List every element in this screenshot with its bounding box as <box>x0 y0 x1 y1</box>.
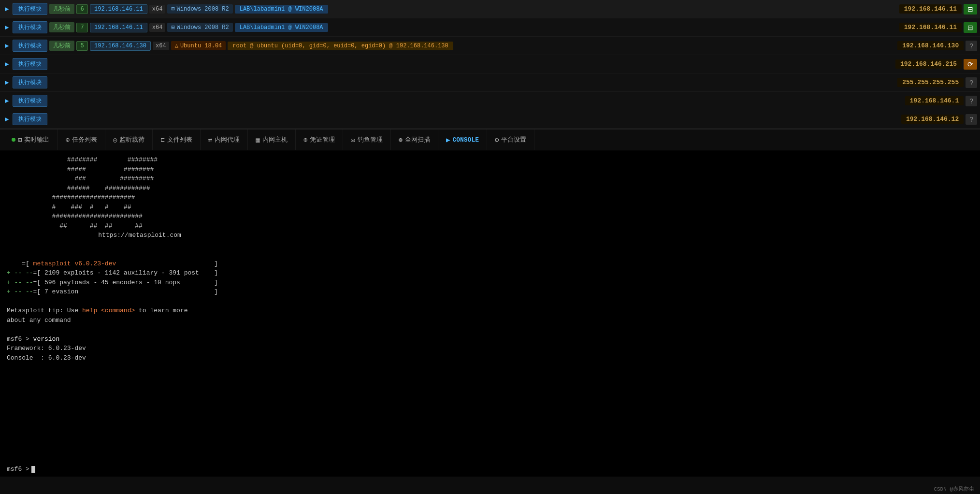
arch-badge-2: x64 <box>149 23 166 32</box>
nav-icon-phishing: ✉ <box>351 136 355 144</box>
footer-text: CSDN @赤风亦尘 <box>934 486 974 492</box>
execute-btn-1[interactable]: 执行模块 <box>13 3 47 15</box>
execute-btn-7[interactable]: 执行模块 <box>13 113 47 125</box>
nav-label-proxy: 内网代理 <box>215 135 240 144</box>
expand-btn-1[interactable]: ▶ <box>3 5 11 13</box>
expand-btn-2[interactable]: ▶ <box>3 23 11 31</box>
os-badge-1: ⊞ Windows 2008 R2 <box>167 4 232 14</box>
ip-right-3: 192.168.146.130 <box>897 41 964 50</box>
ip-right-2: 192.168.146.11 <box>899 23 962 32</box>
nav-item-proxy[interactable]: ⇄ 内网代理 <box>201 130 248 150</box>
nav-item-phishing[interactable]: ✉ 钓鱼管理 <box>343 130 390 150</box>
session-row: ▶ 执行模块 几秒前 7 192.168.146.11 x64 ⊞ Window… <box>0 18 980 37</box>
nav-item-settings[interactable]: ⚙ 平台设置 <box>487 130 534 150</box>
nav-label-creds: 凭证管理 <box>310 135 335 144</box>
nav-bar: ⊡ 实时输出 ⊙ 任务列表 ◎ 监听载荷 ⊏ 文件列表 ⇄ 内网代理 ▦ 内网主… <box>0 129 980 150</box>
nav-label-tasks: 任务列表 <box>72 135 97 144</box>
nav-item-payload[interactable]: ◎ 监听载荷 <box>105 130 153 150</box>
user-badge-1: LAB\labadmin1 @ WIN2008A <box>235 5 328 14</box>
session-list: ▶ 执行模块 几秒前 6 192.168.146.11 x64 ⊞ Window… <box>0 0 980 129</box>
arch-badge-1: x64 <box>149 5 166 14</box>
session-row: ▶ 执行模块 几秒前 6 192.168.146.11 x64 ⊞ Window… <box>0 0 980 18</box>
expand-btn-3[interactable]: ▶ <box>3 42 11 50</box>
execute-btn-3[interactable]: 执行模块 <box>13 40 47 52</box>
action-btn-4[interactable]: ⟳ <box>964 59 977 70</box>
nav-icon-payload: ◎ <box>113 136 117 144</box>
nav-item-console[interactable]: ▶ CONSOLE <box>438 130 487 150</box>
session-row: ▶ 执行模块 几秒前 5 192.168.146.130 x64 △ Ubunt… <box>0 37 980 55</box>
nav-item-realtime[interactable]: ⊡ 实时输出 <box>4 130 58 150</box>
action-btn-3[interactable]: ? <box>966 41 977 51</box>
nav-icon-creds: ⊕ <box>303 136 307 144</box>
nav-icon-scan: ⊛ <box>399 136 403 144</box>
expand-btn-5[interactable]: ▶ <box>3 78 11 87</box>
arch-badge-3: x64 <box>153 42 169 50</box>
footer: CSDN @赤风亦尘 <box>928 484 980 494</box>
nav-item-files[interactable]: ⊏ 文件列表 <box>153 130 200 150</box>
nav-label-hosts: 内网主机 <box>262 135 288 144</box>
execute-btn-2[interactable]: 执行模块 <box>13 21 47 33</box>
execute-btn-4[interactable]: 执行模块 <box>13 58 47 70</box>
action-btn-2[interactable]: ⊟ <box>964 22 977 33</box>
ip-right-5: 255.255.255.255 <box>897 78 964 87</box>
nav-icon-settings: ⚙ <box>495 136 499 144</box>
expand-btn-6[interactable]: ▶ <box>3 97 11 105</box>
nav-label-settings: 平台设置 <box>501 135 526 144</box>
ip-badge-1: 192.168.146.11 <box>90 4 147 14</box>
nav-label-phishing: 钓鱼管理 <box>358 135 383 144</box>
nav-icon-tasks: ⊙ <box>65 136 69 144</box>
action-btn-7[interactable]: ? <box>966 114 977 125</box>
nav-label-console: CONSOLE <box>452 136 479 144</box>
num-badge-3: 5 <box>76 41 88 51</box>
windows-icon-2: ⊞ <box>171 24 174 31</box>
nav-icon-files: ⊏ <box>160 136 164 144</box>
nav-label-payload: 监听载荷 <box>119 135 144 144</box>
ip-right-7: 192.168.146.12 <box>901 115 964 124</box>
console-input-line: msf6 > <box>0 465 980 477</box>
nav-label-realtime: 实时输出 <box>24 135 49 144</box>
action-btn-5[interactable]: ? <box>966 77 977 88</box>
action-btn-1[interactable]: ⊟ <box>964 4 977 15</box>
nav-icon-console: ▶ <box>446 136 450 144</box>
windows-icon-1: ⊞ <box>171 5 174 13</box>
session-row: ▶ 执行模块 255.255.255.255 ? <box>0 73 980 92</box>
nav-icon-realtime: ⊡ <box>18 136 22 144</box>
nav-label-scan: 全网扫描 <box>405 135 430 144</box>
console-cursor <box>31 466 35 473</box>
time-badge-1: 几秒前 <box>49 4 74 14</box>
ip-badge-3: 192.168.146.130 <box>90 41 151 51</box>
time-badge-3: 几秒前 <box>49 41 74 51</box>
user-badge-2: LAB\labadmin1 @ WIN2008A <box>235 23 328 32</box>
ip-right-6: 192.168.146.1 <box>905 96 964 105</box>
execute-btn-6[interactable]: 执行模块 <box>13 95 47 107</box>
os-badge-3: △ Ubuntu 18.04 <box>171 41 226 50</box>
live-dot <box>12 138 15 142</box>
user-badge-3: root @ ubuntu (uid=0, gid=0, euid=0, egi… <box>228 42 453 50</box>
ip-right-4: 192.168.146.215 <box>895 59 962 69</box>
session-row: ▶ 执行模块 192.168.146.1 ? <box>0 92 980 110</box>
nav-item-hosts[interactable]: ▦ 内网主机 <box>248 130 295 150</box>
nav-icon-proxy: ⇄ <box>208 136 212 144</box>
ip-badge-2: 192.168.146.11 <box>90 23 147 32</box>
expand-btn-4[interactable]: ▶ <box>3 60 11 68</box>
num-badge-1: 6 <box>76 4 88 14</box>
os-badge-2: ⊞ Windows 2008 R2 <box>167 23 232 32</box>
ubuntu-icon-3: △ <box>175 42 178 49</box>
num-badge-2: 7 <box>76 23 88 32</box>
execute-btn-5[interactable]: 执行模块 <box>13 76 47 88</box>
console-prompt: msf6 > <box>7 465 29 473</box>
ip-right-1: 192.168.146.11 <box>899 4 962 14</box>
console-output: ######## ######## ##### ######## ### ###… <box>0 150 980 465</box>
action-btn-6[interactable]: ? <box>966 96 977 106</box>
session-row: ▶ 执行模块 192.168.146.215 ⟳ <box>0 55 980 73</box>
nav-item-tasks[interactable]: ⊙ 任务列表 <box>58 130 105 150</box>
nav-item-scan[interactable]: ⊛ 全网扫描 <box>391 130 438 150</box>
session-row: ▶ 执行模块 192.168.146.12 ? <box>0 110 980 129</box>
nav-label-files: 文件列表 <box>167 135 192 144</box>
nav-icon-hosts: ▦ <box>256 136 259 144</box>
time-badge-2: 几秒前 <box>49 22 74 32</box>
nav-item-creds[interactable]: ⊕ 凭证管理 <box>296 130 343 150</box>
expand-btn-7[interactable]: ▶ <box>3 115 11 123</box>
